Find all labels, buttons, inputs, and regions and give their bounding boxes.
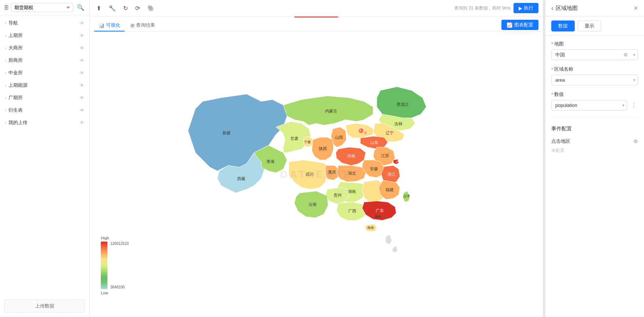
eye-icon[interactable]: 👁 xyxy=(80,83,84,88)
sidebar: 🗄 期货期权 🔍 › 导航 👁 › 上期所 👁 › 大商所 👁 xyxy=(0,0,90,317)
tab-可视化[interactable]: 📊 可视化 xyxy=(94,20,125,31)
hunan-label: 湖南 xyxy=(348,189,356,194)
liaoning-label: 辽宁 xyxy=(386,131,394,135)
sidebar-item-gfex[interactable]: › 广期所 👁 xyxy=(0,92,89,104)
event-section: 事件配置 点击地区 ⚙ 未配置 xyxy=(551,126,638,154)
sidebar-item-shfe[interactable]: › 上期所 👁 xyxy=(0,29,89,42)
shanghai-label: 沪 xyxy=(395,160,398,164)
sidebar-item-cffex[interactable]: › 中金所 👁 xyxy=(0,67,89,79)
upload-data-button[interactable]: 上传数据 xyxy=(4,299,85,313)
right-panel-body: * 地图 中国 ⚙ ▾ * 区域名称 area ▾ xyxy=(545,36,644,317)
shaanxi-label: 陕西 xyxy=(319,146,327,151)
sidebar-item-label: 上期能源 xyxy=(8,82,27,89)
eye-icon[interactable]: 👁 xyxy=(80,120,84,126)
right-panel-header: ‹ 区域地图 ✕ xyxy=(545,0,644,17)
value-select[interactable]: population xyxy=(551,100,627,111)
legend-bar: 126012510 3648100 xyxy=(101,242,129,289)
south-sea-islands2 xyxy=(393,246,397,253)
sidebar-header: 🗄 期货期权 🔍 xyxy=(0,0,89,15)
unconfigured-label: 未配置 xyxy=(551,147,638,154)
tab-查询结果[interactable]: ⊞ 查询结果 xyxy=(126,20,159,31)
china-map[interactable]: 新疆 西藏 青海 甘肃 内蒙古 黑龙江 吉林 辽宁 宁夏 xyxy=(173,72,459,277)
area-select[interactable]: area xyxy=(551,75,638,85)
sidebar-item-nav[interactable]: › 导航 👁 xyxy=(0,17,89,29)
toolbar-refresh-icon[interactable]: ↻ xyxy=(121,3,130,13)
legend-gradient xyxy=(101,242,107,289)
map-area[interactable]: DATAEASE 新疆 西藏 青海 甘肃 内蒙古 xyxy=(90,32,543,317)
guangdong-label: 广东 xyxy=(376,208,384,213)
tibet-label: 西藏 xyxy=(237,176,245,181)
legend-max-value: 126012510 xyxy=(110,242,129,246)
eye-icon[interactable]: 👁 xyxy=(80,108,84,113)
sidebar-item-label: 广期所 xyxy=(8,94,23,101)
toolbar-db-icon[interactable]: 🐘 xyxy=(145,3,157,13)
map-legend: High 126012510 3648100 Low xyxy=(101,236,129,295)
eye-icon[interactable]: 👁 xyxy=(80,58,84,63)
sidebar-nav: › 导航 👁 › 上期所 👁 › 大商所 👁 › 郑商所 👁 › xyxy=(0,15,89,297)
sidebar-item-dce[interactable]: › 大商所 👁 xyxy=(0,42,89,54)
sidebar-item-label: 大商所 xyxy=(8,45,23,51)
map-config-section: * 地图 中国 ⚙ ▾ xyxy=(551,41,638,60)
sidebar-item-left: › 中金所 xyxy=(5,70,23,76)
chevron-right-icon: › xyxy=(5,71,6,75)
event-section-title: 事件配置 xyxy=(551,126,638,132)
yunnan-label: 云南 xyxy=(309,202,317,206)
map-select[interactable]: 中国 xyxy=(551,49,638,60)
hubei-label: 湖北 xyxy=(348,171,356,175)
sidebar-item-upload[interactable]: › 我的上传 👁 xyxy=(0,116,89,129)
divider xyxy=(551,117,638,118)
right-panel: ‹ 区域地图 ✕ 数据显示 * 地图 中国 ⚙ ▾ * 区域名称 xyxy=(545,0,644,317)
sidebar-item-left: › 我的上传 xyxy=(5,119,27,126)
eye-icon[interactable]: 👁 xyxy=(80,20,84,26)
back-icon[interactable]: ‹ xyxy=(551,4,553,12)
value-select-wrapper: population ▾ xyxy=(551,100,627,111)
eye-icon[interactable]: 👁 xyxy=(80,70,84,76)
toolbar-upload-icon[interactable]: ⬆ xyxy=(94,3,103,13)
chevron-right-icon: › xyxy=(5,59,6,63)
sidebar-search-button[interactable]: 🔍 xyxy=(76,3,86,12)
rp-tab-显示[interactable]: 显示 xyxy=(578,20,601,31)
sidebar-item-left: › 大商所 xyxy=(5,45,23,51)
sidebar-item-ine[interactable]: › 上期能源 👁 xyxy=(0,79,89,92)
value-row: population ▾ ⋮ xyxy=(551,100,638,111)
chart-config-button[interactable]: 📈 图表配置 xyxy=(501,20,538,30)
chart-icon: 📈 xyxy=(507,22,512,28)
legend-min-value: 3648100 xyxy=(110,285,129,289)
area-label: * 区域名称 xyxy=(551,66,638,72)
jiangsu-label: 江苏 xyxy=(381,153,389,158)
rp-tab-数据[interactable]: 数据 xyxy=(551,20,575,31)
run-button[interactable]: ▶ 执行 xyxy=(514,3,538,13)
chevron-right-icon: › xyxy=(5,108,6,112)
sidebar-item-label: 中金所 xyxy=(8,70,23,76)
sidebar-item-label: 郑商所 xyxy=(8,57,23,64)
eye-icon[interactable]: 👁 xyxy=(80,33,84,38)
progress-bar-container xyxy=(90,16,543,18)
sidebar-item-derived[interactable]: › 衍生表 👁 xyxy=(0,104,89,116)
chevron-right-icon: › xyxy=(5,96,6,100)
area-select-wrapper: area ▾ xyxy=(551,75,638,85)
main-content: ⬆ 🔧 ↻ ⟳ 🐘 查询到 31 条数据，耗时 9ms ▶ 执行 📊 可视化⊞ … xyxy=(90,0,543,317)
eye-icon[interactable]: 👁 xyxy=(80,45,84,51)
sidebar-db-select[interactable]: 期货期权 xyxy=(11,3,73,12)
sidebar-item-label: 上期所 xyxy=(8,32,23,39)
query-info: 查询到 31 条数据，耗时 9ms xyxy=(454,5,511,11)
database-icon: 🗄 xyxy=(4,5,9,11)
jilin-label: 吉林 xyxy=(394,122,402,126)
chevron-right-icon: › xyxy=(5,46,6,50)
sidebar-item-label: 我的上传 xyxy=(8,119,27,126)
right-panel-close-button[interactable]: ✕ xyxy=(633,5,638,12)
legend-high-label: High xyxy=(101,236,109,240)
zhejiang-label: 浙江 xyxy=(387,172,395,176)
value-more-button[interactable]: ⋮ xyxy=(629,101,638,109)
event-gear-button[interactable]: ⚙ xyxy=(633,138,638,144)
eye-icon[interactable]: 👁 xyxy=(80,95,84,101)
sidebar-item-czce[interactable]: › 郑商所 👁 xyxy=(0,54,89,67)
chevron-right-icon: › xyxy=(5,34,6,38)
toolbar-history-icon[interactable]: ⟳ xyxy=(133,3,142,13)
search-icon: 🔍 xyxy=(77,4,84,11)
shanxi-label: 山西 xyxy=(335,135,343,139)
ningxia-label: 宁夏 xyxy=(304,140,311,144)
chevron-right-icon: › xyxy=(5,121,6,125)
chevron-right-icon: › xyxy=(5,21,6,25)
toolbar-format-icon[interactable]: 🔧 xyxy=(106,3,118,13)
